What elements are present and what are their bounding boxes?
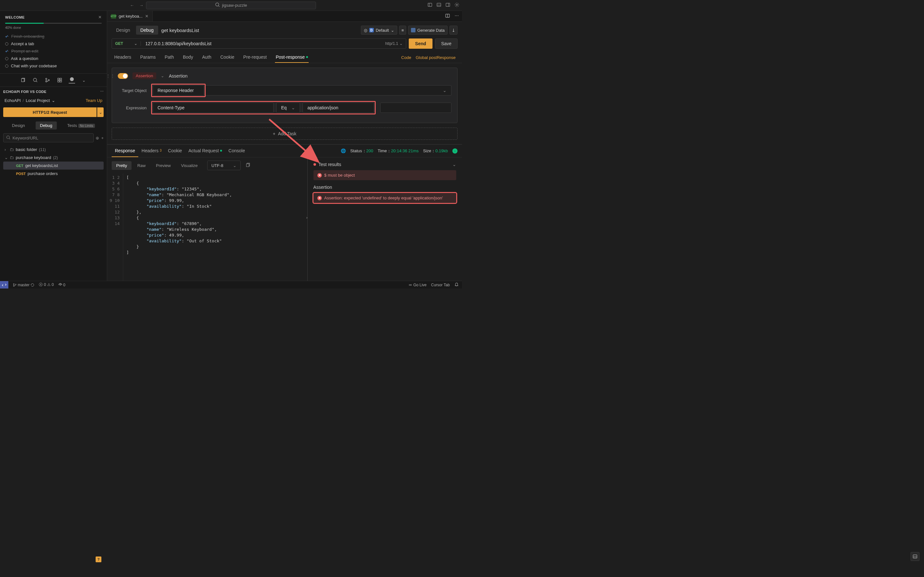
close-icon[interactable]: ✕: [98, 15, 102, 19]
more-icon[interactable]: ⋯: [100, 89, 103, 93]
mode-debug[interactable]: Debug: [36, 121, 57, 129]
test-results-header: Test results ⌄: [313, 162, 456, 167]
mode-design[interactable]: Design: [7, 121, 29, 129]
url-bar: GET ⌄ 127.0.0.1:8080/api/keyboardsList h…: [111, 39, 406, 49]
copy-icon[interactable]: [245, 163, 250, 169]
copy-icon[interactable]: [20, 77, 26, 83]
url-input[interactable]: 127.0.0.1:8080/api/keyboardsList: [141, 41, 382, 46]
save-button[interactable]: Save: [435, 39, 457, 49]
welcome-item-onboarding[interactable]: ✓Finish onboarding: [5, 33, 102, 40]
panel-bottom-icon[interactable]: [436, 2, 441, 8]
resp-tab-actual[interactable]: Actual Request: [185, 145, 225, 157]
breadcrumb[interactable]: EchoAPI / Local Project ⌄: [5, 98, 55, 103]
sparkle-icon: [411, 28, 415, 32]
expression-value-input[interactable]: application/json: [302, 103, 374, 113]
tab-params[interactable]: Params: [140, 52, 156, 63]
welcome-item-prompt-edit[interactable]: ✓Prompt an edit: [5, 47, 102, 55]
svg-line-21: [9, 138, 10, 139]
resp-tab-headers[interactable]: Headers3: [138, 145, 165, 157]
http-request-dropdown[interactable]: ⌄: [97, 107, 103, 117]
generate-data-button[interactable]: Generate Data: [408, 26, 447, 35]
assertion-toggle[interactable]: [118, 73, 128, 79]
download-icon[interactable]: ↓: [452, 148, 457, 153]
welcome-item-ask-question[interactable]: Ask a question: [5, 55, 102, 62]
nav-back-icon[interactable]: ←: [130, 3, 134, 8]
export-button[interactable]: ⤓: [449, 26, 457, 35]
svg-point-28: [13, 285, 15, 286]
view-pretty[interactable]: Pretty: [111, 161, 132, 170]
chevron-down-icon[interactable]: ⌄: [452, 162, 456, 167]
tab-post-response[interactable]: Post-response: [275, 52, 309, 63]
tree-folder-purchase[interactable]: ⌄ 🗀 purchase keyboard (2): [3, 153, 103, 161]
http-version-selector[interactable]: http/1.1 ⌄: [382, 41, 406, 46]
resp-tab-cookie[interactable]: Cookie: [165, 145, 186, 157]
close-icon[interactable]: ✕: [145, 14, 149, 19]
expression-key-input[interactable]: Content-Type: [153, 103, 274, 113]
expression-op-select[interactable]: Eq ⌄: [276, 103, 300, 113]
locate-icon[interactable]: ⊕: [95, 135, 99, 140]
json-response-body[interactable]: 1 2 3 4 5 6 7 8 9 10 11 12 13 14 [ { "ke…: [107, 173, 307, 281]
environment-selector[interactable]: ◎ D Default ⌄: [361, 26, 397, 35]
nav-forward-icon[interactable]: →: [139, 3, 144, 8]
welcome-item-chat-codebase[interactable]: Chat with your codebase: [5, 62, 102, 69]
view-preview[interactable]: Preview: [152, 161, 175, 170]
tab-path[interactable]: Path: [164, 52, 174, 63]
remote-indicator[interactable]: [0, 281, 8, 289]
search-input[interactable]: Keyword/URL: [3, 133, 94, 142]
tab-auth[interactable]: Auth: [202, 52, 212, 63]
target-object-expand[interactable]: ⌄: [205, 85, 451, 95]
expression-extra[interactable]: [380, 103, 451, 113]
tab-cookie[interactable]: Cookie: [220, 52, 235, 63]
svg-point-31: [410, 284, 411, 285]
echoapi-icon[interactable]: [69, 77, 75, 83]
panel-right-icon[interactable]: [445, 2, 451, 8]
http-request-button[interactable]: HTTP1/2 Request: [3, 107, 97, 117]
ports-indicator[interactable]: 0: [58, 283, 65, 287]
tab-body[interactable]: Body: [182, 52, 194, 63]
list-button[interactable]: ≡: [399, 26, 406, 35]
tree-folder-basic[interactable]: › 🗀 basic folder (11): [3, 145, 103, 153]
panel-left-icon[interactable]: [427, 2, 433, 8]
errors-indicator[interactable]: ⓧ 0 ⚠ 0: [39, 282, 53, 287]
resp-tab-console[interactable]: Console: [225, 145, 248, 157]
editor-tab[interactable]: HTTP get keyboa... ✕: [107, 11, 153, 21]
method-selector[interactable]: GET ⌄: [112, 41, 141, 46]
branch-indicator[interactable]: master: [13, 283, 34, 287]
extensions-icon[interactable]: [57, 77, 63, 83]
drag-handle-icon[interactable]: ⋮⋮: [107, 74, 115, 78]
send-button[interactable]: Send: [409, 39, 433, 49]
globe-icon[interactable]: 🌐: [341, 148, 346, 153]
echoapi-section-header: ECHOAPI FOR VS CODE ⋯: [0, 87, 107, 96]
search-tab-icon[interactable]: [32, 77, 39, 83]
code-link[interactable]: Code: [401, 55, 411, 60]
command-center[interactable]: jigsaw-puzzle: [146, 2, 316, 9]
tab-headers[interactable]: Headers: [113, 52, 132, 63]
view-raw[interactable]: Raw: [133, 161, 150, 170]
tree-item-get-keyboards[interactable]: GET get keyboardsList: [3, 161, 103, 169]
chevron-down-icon[interactable]: ⌄: [161, 73, 164, 78]
tab-pre-request[interactable]: Pre-request: [242, 52, 267, 63]
add-task-button[interactable]: + Add Task: [111, 127, 457, 140]
view-visualize[interactable]: Visualize: [176, 161, 202, 170]
golive-button[interactable]: Go Live: [409, 283, 427, 287]
add-icon[interactable]: +: [101, 135, 103, 140]
teamup-link[interactable]: Team Up: [86, 98, 102, 103]
welcome-item-accept-tab[interactable]: Accept a tab: [5, 40, 102, 47]
encoding-select[interactable]: UTF-8 ⌄: [207, 161, 241, 170]
target-object-select[interactable]: Response Header: [153, 85, 204, 95]
test-fail-assertion: ✕ Assertion: expected 'undefined' to dee…: [313, 193, 456, 203]
bell-icon[interactable]: [454, 282, 459, 287]
svg-point-13: [45, 81, 47, 82]
req-mode-debug[interactable]: Debug: [136, 26, 158, 35]
source-control-icon[interactable]: [44, 77, 51, 83]
settings-gear-icon[interactable]: [454, 2, 459, 8]
resp-tab-response[interactable]: Response: [111, 145, 138, 157]
mode-tests[interactable]: TestsNo Limits: [63, 121, 99, 129]
chevron-down-icon[interactable]: ⌄: [81, 77, 87, 83]
split-icon[interactable]: [445, 13, 450, 19]
req-mode-design[interactable]: Design: [111, 26, 135, 35]
global-post-link[interactable]: Global postResponse: [416, 55, 456, 60]
cursor-tab[interactable]: Cursor Tab: [431, 283, 450, 287]
tree-item-purchase-orders[interactable]: POST purchase orders: [3, 169, 103, 177]
more-icon[interactable]: ⋯: [455, 13, 459, 19]
